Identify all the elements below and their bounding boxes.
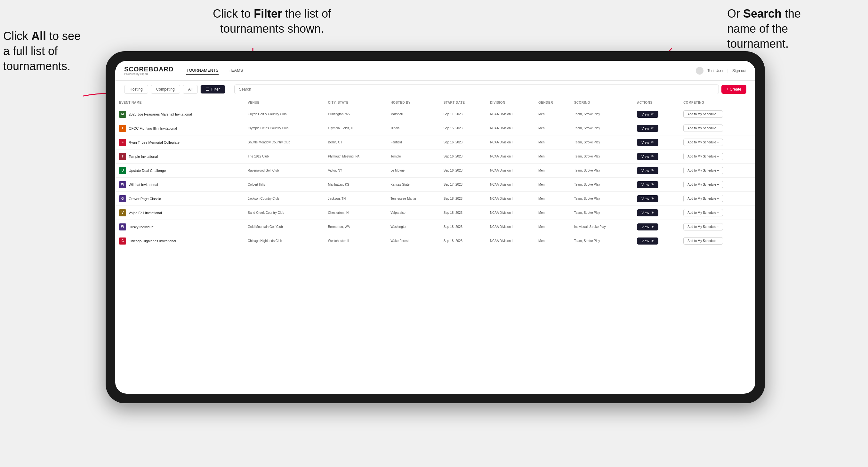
app-header: SCOREBOARD Powered by clippd TOURNAMENTS…: [115, 61, 755, 81]
cell-scoring-1: Team, Stroke Play: [570, 121, 633, 135]
team-logo-5: W: [119, 181, 126, 188]
cell-date-4: Sep 16, 2023: [440, 163, 486, 178]
cell-event-name-4: U Upstate Dual Challenge: [115, 163, 244, 178]
cell-gender-6: Men: [534, 192, 570, 206]
view-button-7[interactable]: View 👁: [637, 209, 658, 216]
add-schedule-button-4[interactable]: Add to My Schedule +: [683, 167, 723, 174]
nav-tab-teams[interactable]: TEAMS: [229, 67, 243, 74]
cell-venue-1: Olympia Fields Country Club: [244, 121, 324, 135]
cell-city-1: Olympia Fields, IL: [324, 121, 386, 135]
cell-scoring-9: Team, Stroke Play: [570, 234, 633, 248]
team-logo-0: M: [119, 111, 126, 118]
filter-button[interactable]: ☰ Filter: [200, 85, 225, 94]
tab-competing-button[interactable]: Competing: [151, 85, 180, 94]
cell-competing-6: Add to My Schedule +: [680, 192, 755, 206]
add-schedule-button-2[interactable]: Add to My Schedule +: [683, 138, 723, 146]
cell-gender-9: Men: [534, 234, 570, 248]
view-button-5[interactable]: View 👁: [637, 181, 658, 188]
add-schedule-button-3[interactable]: Add to My Schedule +: [683, 153, 723, 160]
tab-hosting-button[interactable]: Hosting: [124, 85, 148, 94]
cell-venue-5: Colbert Hills: [244, 178, 324, 192]
cell-division-3: NCAA Division I: [486, 150, 534, 163]
event-name-3: Temple Invitational: [129, 155, 158, 158]
sign-out-link[interactable]: Sign out: [732, 68, 746, 73]
cell-division-2: NCAA Division I: [486, 135, 534, 150]
cell-city-7: Chesterton, IN: [324, 206, 386, 220]
add-schedule-button-1[interactable]: Add to My Schedule +: [683, 125, 723, 132]
cell-gender-2: Men: [534, 135, 570, 150]
cell-actions-9: View 👁: [633, 234, 680, 248]
add-schedule-button-0[interactable]: Add to My Schedule +: [683, 111, 723, 118]
cell-event-name-2: F Ryan T. Lee Memorial Collegiate: [115, 135, 244, 150]
add-schedule-button-6[interactable]: Add to My Schedule +: [683, 195, 723, 202]
add-schedule-button-8[interactable]: Add to My Schedule +: [683, 223, 723, 230]
cell-competing-1: Add to My Schedule +: [680, 121, 755, 135]
view-button-2[interactable]: View 👁: [637, 139, 658, 146]
logo-area: SCOREBOARD Powered by clippd: [124, 66, 174, 75]
view-button-1[interactable]: View 👁: [637, 125, 658, 132]
view-button-8[interactable]: View 👁: [637, 223, 658, 230]
create-button[interactable]: + Create: [721, 85, 746, 94]
annotation-left: Click All to seea full list oftournament…: [3, 29, 99, 73]
eye-icon-3: 👁: [651, 155, 654, 158]
nav-tab-tournaments[interactable]: TOURNAMENTS: [186, 67, 218, 74]
cell-hosted-4: Le Moyne: [386, 163, 439, 178]
cell-event-name-0: M 2023 Joe Feaganes Marshall Invitationa…: [115, 107, 244, 121]
cell-venue-3: The 1912 Club: [244, 150, 324, 163]
event-name-9: Chicago Highlands Invitational: [129, 239, 176, 243]
add-schedule-button-9[interactable]: Add to My Schedule +: [683, 237, 723, 245]
cell-gender-3: Men: [534, 150, 570, 163]
cell-division-7: NCAA Division I: [486, 206, 534, 220]
tab-all-button[interactable]: All: [183, 85, 198, 94]
event-name-6: Grover Page Classic: [129, 197, 161, 201]
table-row: I OFCC Fighting Illini Invitational Olym…: [115, 121, 755, 135]
eye-icon-7: 👁: [651, 211, 654, 214]
event-name-2: Ryan T. Lee Memorial Collegiate: [129, 141, 180, 144]
cell-scoring-4: Team, Stroke Play: [570, 163, 633, 178]
cell-hosted-2: Fairfield: [386, 135, 439, 150]
cell-venue-7: Sand Creek Country Club: [244, 206, 324, 220]
cell-gender-7: Men: [534, 206, 570, 220]
cell-scoring-7: Team, Stroke Play: [570, 206, 633, 220]
eye-icon-8: 👁: [651, 225, 654, 228]
cell-gender-1: Men: [534, 121, 570, 135]
table-row: W Wildcat Invitational Colbert Hills Man…: [115, 178, 755, 192]
cell-date-5: Sep 17, 2023: [440, 178, 486, 192]
eye-icon-1: 👁: [651, 126, 654, 130]
view-button-3[interactable]: View 👁: [637, 153, 658, 160]
cell-gender-4: Men: [534, 163, 570, 178]
col-hosted-by: HOSTED BY: [386, 98, 439, 107]
search-input[interactable]: [234, 85, 719, 94]
cell-hosted-9: Wake Forest: [386, 234, 439, 248]
view-button-6[interactable]: View 👁: [637, 195, 658, 202]
view-button-0[interactable]: View 👁: [637, 111, 658, 118]
cell-venue-6: Jackson Country Club: [244, 192, 324, 206]
team-logo-4: U: [119, 167, 126, 174]
user-name: Test User: [707, 68, 724, 73]
cell-city-2: Berlin, CT: [324, 135, 386, 150]
eye-icon-5: 👁: [651, 183, 654, 186]
view-button-9[interactable]: View 👁: [637, 238, 658, 245]
cell-venue-8: Gold Mountain Golf Club: [244, 220, 324, 234]
filter-icon: ☰: [206, 87, 209, 92]
cell-division-1: NCAA Division I: [486, 121, 534, 135]
add-schedule-button-7[interactable]: Add to My Schedule +: [683, 209, 723, 216]
col-division: DIVISION: [486, 98, 534, 107]
team-logo-7: V: [119, 209, 126, 216]
toolbar: Hosting Competing All ☰ Filter + Create: [115, 81, 755, 98]
cell-date-2: Sep 16, 2023: [440, 135, 486, 150]
cell-hosted-1: Illinois: [386, 121, 439, 135]
view-button-4[interactable]: View 👁: [637, 167, 658, 174]
add-schedule-button-5[interactable]: Add to My Schedule +: [683, 181, 723, 188]
table-row: F Ryan T. Lee Memorial Collegiate Shuttl…: [115, 135, 755, 150]
cell-actions-7: View 👁: [633, 206, 680, 220]
user-avatar: [696, 67, 704, 74]
event-name-4: Upstate Dual Challenge: [129, 169, 166, 173]
cell-competing-9: Add to My Schedule +: [680, 234, 755, 248]
col-city-state: CITY, STATE: [324, 98, 386, 107]
filter-label: Filter: [211, 87, 220, 92]
cell-city-3: Plymouth Meeting, PA: [324, 150, 386, 163]
cell-gender-0: Men: [534, 107, 570, 121]
cell-hosted-5: Kansas State: [386, 178, 439, 192]
annotation-top-center: Click to Filter the list oftournaments s…: [176, 6, 368, 36]
